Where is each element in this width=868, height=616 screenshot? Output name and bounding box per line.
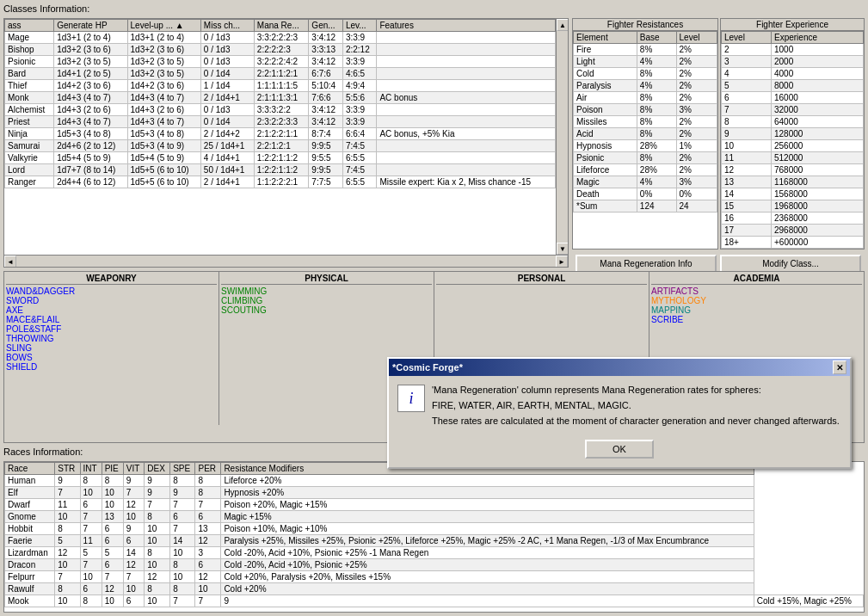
dialog-title: *Cosmic Forge* (392, 362, 463, 373)
dialog-info-icon: i (397, 385, 425, 412)
dialog-titlebar: *Cosmic Forge* ✕ (389, 359, 850, 376)
ok-button[interactable]: OK (585, 440, 654, 459)
dialog-content: i 'Mana Regeneration' column represents … (397, 385, 841, 431)
info-letter: i (409, 390, 413, 408)
dialog-text: 'Mana Regeneration' column represents Ma… (432, 385, 840, 431)
dialog-line2: FIRE, WATER, AIR, EARTH, MENTAL, MAGIC. (432, 400, 840, 410)
cosmic-forge-dialog: *Cosmic Forge* ✕ i 'Mana Regeneration' c… (387, 357, 852, 469)
dialog-ok-container: OK (397, 440, 841, 459)
dialog-body: i 'Mana Regeneration' column represents … (389, 376, 850, 467)
dialog-overlay: *Cosmic Forge* ✕ i 'Mana Regeneration' c… (0, 0, 868, 616)
dialog-close-button[interactable]: ✕ (833, 360, 846, 374)
dialog-line1: 'Mana Regeneration' column represents Ma… (432, 385, 840, 395)
dialog-line3: These rates are calculated at the moment… (432, 416, 840, 426)
